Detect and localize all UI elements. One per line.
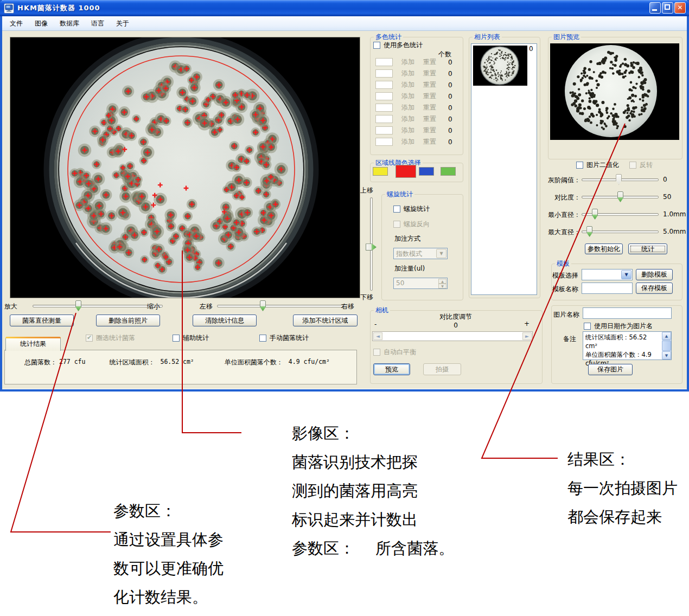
camera-preview-button[interactable]: 预览 — [373, 363, 410, 375]
min-diameter-label: 最小直径： — [545, 210, 580, 220]
slider-thumb[interactable] — [586, 226, 592, 237]
min-diameter-slider[interactable] — [582, 209, 659, 220]
scroll-up-icon[interactable]: ▲ — [662, 332, 671, 340]
save-template-button[interactable]: 保存模板 — [636, 283, 673, 294]
color-swatch[interactable] — [375, 104, 393, 112]
delete-photo-button[interactable]: 删除当前照片 — [96, 315, 160, 326]
spiral-count-checkbox[interactable]: 螺旋统计 — [393, 205, 430, 213]
maximize-button[interactable] — [662, 2, 673, 14]
add-exclude-region-button[interactable]: 添加不统计区域 — [293, 315, 358, 326]
min-diameter-value: 1.0mm — [663, 210, 686, 218]
multicolor-row: 添加重置0 — [372, 56, 460, 68]
main-image-area[interactable] — [10, 37, 360, 298]
region-color-blue[interactable] — [419, 167, 434, 176]
multicolor-row: 添加重置0 — [372, 102, 460, 113]
region-color-red-selected[interactable] — [395, 165, 416, 178]
scroll-left-icon[interactable]: ◄ — [373, 332, 382, 340]
tab-stats-result[interactable]: 统计结果 — [5, 337, 61, 351]
use-multicolor-checkbox[interactable]: 使用多色统计 — [373, 41, 423, 49]
pan-vertical-slider[interactable] — [366, 197, 377, 291]
reset-button: 重置 — [423, 137, 436, 146]
slider-track — [33, 305, 163, 307]
fill-amount-spinner: 50 ▲▼ — [393, 278, 448, 289]
image-name-input[interactable] — [583, 307, 672, 319]
reset-button: 重置 — [423, 69, 436, 78]
count-value: 0 — [448, 127, 452, 134]
manual-count-checkbox[interactable]: 手动菌落统计 — [259, 334, 309, 342]
scroll-down-icon[interactable]: ▼ — [662, 351, 671, 360]
pan-up-label: 上移 — [360, 186, 373, 195]
contrast-value: 50 — [663, 193, 671, 201]
note-text: 统计区域面积：56.52 cm² 单位面积菌落个数：4.9 cfu/cm² — [585, 333, 661, 368]
minimize-button[interactable] — [649, 2, 661, 14]
multicolor-row: 添加重置0 — [372, 79, 460, 91]
color-swatch[interactable] — [375, 69, 393, 78]
auto-white-balance-checkbox: 自动白平衡 — [373, 348, 416, 356]
slider-thumb[interactable] — [616, 174, 622, 185]
multicolor-rows: 添加重置0添加重置0添加重置0添加重置0添加重置0添加重置0添加重置0添加重置0 — [372, 56, 460, 147]
stat-area-value: 56.52 cm² — [160, 358, 194, 365]
gray-threshold-slider[interactable] — [582, 174, 659, 185]
spin-up-icon: ▲ — [438, 279, 446, 284]
clear-stats-button[interactable]: 清除统计信息 — [193, 315, 257, 326]
region-color-yellow[interactable] — [373, 167, 388, 176]
note-textarea[interactable]: 统计区域面积：56.52 cm² 单位面积菌落个数：4.9 cfu/cm² ▲ … — [583, 331, 672, 360]
binarize-checkbox[interactable]: 图片二值化 — [576, 161, 619, 169]
region-color-green[interactable] — [441, 167, 456, 176]
multicolor-row: 添加重置0 — [372, 68, 460, 79]
slider-thumb[interactable] — [592, 209, 598, 220]
slider-thumb[interactable] — [260, 300, 266, 311]
contrast-slider[interactable] — [582, 191, 659, 202]
title-bar[interactable]: HKM菌落计数器 1000 ✕ — [0, 0, 689, 16]
max-diameter-value: 5.0mm — [663, 228, 686, 235]
chevron-down-icon[interactable]: ▼ — [621, 270, 631, 279]
delete-template-button[interactable]: 删除模板 — [636, 269, 673, 280]
spin-down-icon: ▼ — [438, 284, 446, 288]
annotation-image-area: 影像区： 菌落识别技术把探 测到的菌落用高亮 标识起来并计数出 参数区： 所含菌… — [292, 419, 454, 563]
menu-item-image[interactable]: 图像 — [30, 18, 52, 29]
contrast-label: 对比度： — [545, 193, 580, 202]
menu-item-about[interactable]: 关于 — [112, 18, 133, 29]
app-icon — [4, 3, 14, 14]
slider-thumb[interactable] — [366, 243, 377, 251]
template-select-label: 模板选择 — [552, 271, 578, 280]
scroll-right-icon[interactable]: ► — [522, 332, 532, 340]
measure-diameter-button[interactable]: 菌落直径测量 — [10, 315, 74, 326]
color-swatch[interactable] — [375, 115, 393, 123]
template-name-input[interactable] — [582, 283, 633, 294]
menu-item-file[interactable]: 文件 — [5, 18, 27, 29]
template-select-combo[interactable]: ▼ — [582, 269, 633, 280]
zoom-slider[interactable] — [33, 300, 163, 311]
count-value: 0 — [448, 59, 452, 66]
camera-contrast-scrollbar[interactable]: ◄ ► — [372, 331, 533, 341]
close-button[interactable]: ✕ — [674, 2, 686, 14]
scrollbar-thumb[interactable] — [662, 341, 671, 351]
multicolor-row: 添加重置0 — [372, 125, 460, 136]
photo-listbox[interactable]: 0 — [471, 43, 537, 295]
max-diameter-slider[interactable] — [582, 226, 659, 237]
add-button: 添加 — [401, 92, 414, 101]
slider-thumb[interactable] — [75, 300, 81, 311]
color-swatch[interactable] — [375, 81, 393, 89]
color-swatch[interactable] — [375, 138, 393, 146]
note-scrollbar[interactable]: ▲ ▼ — [662, 332, 671, 360]
photo-list-group-title: 相片列表 — [473, 33, 502, 41]
color-swatch[interactable] — [375, 58, 393, 66]
menu-item-language[interactable]: 语言 — [87, 18, 109, 29]
photo-thumbnail[interactable] — [473, 46, 527, 86]
fill-mode-combo: 指数模式▼ — [393, 248, 448, 259]
menu-bar: 文件 图像 数据库 语言 关于 — [2, 16, 687, 31]
annotation-result-area: 结果区： 每一次拍摄图片 都会保存起来 — [567, 445, 678, 531]
color-swatch[interactable] — [375, 92, 393, 100]
color-swatch[interactable] — [375, 126, 393, 134]
template-group-title: 模板 — [555, 260, 571, 267]
pan-horizontal-slider[interactable] — [217, 300, 347, 311]
slider-thumb[interactable] — [617, 191, 623, 202]
init-params-button[interactable]: 参数初始化 — [585, 243, 623, 254]
save-image-button[interactable]: 保存图片 — [588, 364, 633, 375]
fill-mode-label: 加注方式 — [394, 234, 420, 243]
count-button[interactable]: 统计 — [628, 243, 667, 254]
assist-count-checkbox[interactable]: 辅助统计 — [173, 334, 209, 342]
use-date-name-checkbox[interactable]: 使用日期作为图片名 — [584, 322, 653, 330]
menu-item-database[interactable]: 数据库 — [55, 18, 84, 29]
